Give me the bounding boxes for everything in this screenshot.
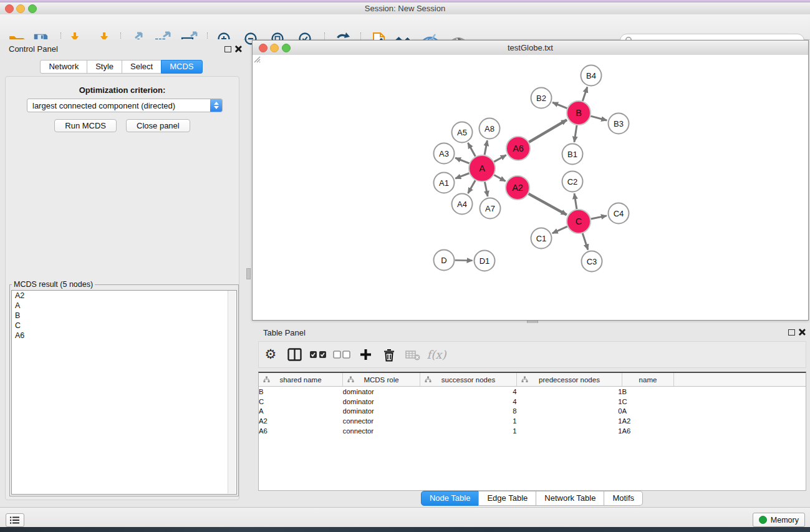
graph-node-A[interactable]: A xyxy=(469,155,495,181)
table-cell[interactable]: 1 xyxy=(517,416,622,426)
graph-edge-C-C1[interactable] xyxy=(552,226,567,233)
graph-edge-A-A1[interactable] xyxy=(455,173,469,178)
table-row[interactable]: A6connector11A6 xyxy=(259,426,806,436)
tab-network[interactable]: Network xyxy=(40,60,87,74)
mcds-result-item[interactable]: C xyxy=(12,321,236,331)
graph-node-A6[interactable]: A6 xyxy=(506,137,530,160)
table-cell[interactable]: 1 xyxy=(420,416,517,426)
graph-edge-B-B2[interactable] xyxy=(552,102,567,108)
table-cell[interactable]: 1 xyxy=(517,387,622,397)
table-cell[interactable]: A2 xyxy=(259,416,343,426)
run-mcds-button[interactable]: Run MCDS xyxy=(54,119,117,132)
graph-edge-B-B1[interactable] xyxy=(574,125,577,142)
graph-edge-A-A3[interactable] xyxy=(455,158,469,163)
graph-node-C4[interactable]: C4 xyxy=(609,203,629,224)
table-cell[interactable]: 0 xyxy=(517,406,622,416)
vertical-splitter-handle[interactable] xyxy=(246,268,251,279)
graph-edge-A2-C[interactable] xyxy=(529,194,567,215)
optimization-criterion-dropdown[interactable]: largest connected component (directed) xyxy=(27,99,223,112)
graph-node-D[interactable]: D xyxy=(434,250,455,271)
mcds-result-item[interactable]: B xyxy=(12,311,236,321)
table-cell[interactable]: dominator xyxy=(343,406,420,416)
graph-edge-C-C4[interactable] xyxy=(591,216,607,219)
table-cell[interactable]: 8 xyxy=(420,406,517,416)
network-canvas[interactable]: B4B2BB3A8A5A6A3B1AC2A1A2A4A7C4CC1DD1C3 xyxy=(253,55,808,320)
close-panel-button[interactable]: Close panel xyxy=(126,119,190,132)
column-header-MCDS-role[interactable]: MCDS role xyxy=(343,373,420,387)
table-cell[interactable]: C xyxy=(259,397,343,407)
graph-edge-A-A6[interactable] xyxy=(494,155,506,162)
graph-node-A3[interactable]: A3 xyxy=(434,143,455,164)
tab-node-table[interactable]: Node Table xyxy=(421,491,480,506)
column-header-predecessor-nodes[interactable]: predecessor nodes xyxy=(517,373,622,387)
graph-node-B3[interactable]: B3 xyxy=(609,114,629,134)
table-cell[interactable]: dominator xyxy=(343,397,420,407)
network-window-titlebar[interactable]: testGlobe.txt xyxy=(253,41,808,56)
close-panel-icon[interactable] xyxy=(234,46,241,52)
graph-node-A1[interactable]: A1 xyxy=(434,173,455,193)
graph-node-A8[interactable]: A8 xyxy=(480,118,500,139)
table-cell[interactable]: A2 xyxy=(622,416,674,426)
graph-node-B1[interactable]: B1 xyxy=(562,144,583,165)
float-table-panel-icon[interactable] xyxy=(788,329,795,336)
dropdown-stepper-icon[interactable] xyxy=(210,99,222,112)
table-cell[interactable]: A6 xyxy=(622,426,674,436)
graph-edge-A-A5[interactable] xyxy=(468,143,475,157)
tab-network-table[interactable]: Network Table xyxy=(536,491,604,506)
mcds-list-scrollbar[interactable] xyxy=(228,291,236,493)
graph-node-B4[interactable]: B4 xyxy=(581,65,602,86)
graph-node-B2[interactable]: B2 xyxy=(531,88,552,109)
table-cell[interactable]: B xyxy=(259,387,343,397)
graph-edge-A6-B[interactable] xyxy=(529,120,567,142)
graph-edge-A-A4[interactable] xyxy=(468,180,476,193)
column-header-shared-name[interactable]: shared name xyxy=(259,373,343,387)
table-cell[interactable]: 1 xyxy=(517,397,622,407)
graph-node-C2[interactable]: C2 xyxy=(562,172,583,192)
table-cell[interactable]: 4 xyxy=(420,387,517,397)
tab-edge-table[interactable]: Edge Table xyxy=(478,491,536,506)
close-table-panel-icon[interactable] xyxy=(798,329,805,336)
graph-edge-A-A2[interactable] xyxy=(494,175,505,181)
mcds-result-item[interactable]: A6 xyxy=(12,331,236,341)
unselect-all-columns-button[interactable] xyxy=(330,342,354,367)
delete-columns-button[interactable] xyxy=(377,342,401,367)
tab-select[interactable]: Select xyxy=(122,60,162,74)
table-cell[interactable]: A xyxy=(259,406,343,416)
table-cell[interactable]: A6 xyxy=(259,426,343,436)
graph-node-A5[interactable]: A5 xyxy=(452,122,473,143)
graph-node-C3[interactable]: C3 xyxy=(582,251,602,272)
table-cell[interactable]: B xyxy=(622,387,674,397)
mcds-result-item[interactable]: A xyxy=(12,301,236,311)
mcds-result-item[interactable]: A2 xyxy=(12,291,236,301)
resize-grip-icon[interactable] xyxy=(253,55,261,63)
graph-edge-B-B3[interactable] xyxy=(591,116,607,120)
table-cell[interactable]: A xyxy=(622,406,674,416)
column-header-name[interactable]: name xyxy=(622,373,674,387)
graph-node-D1[interactable]: D1 xyxy=(475,251,495,271)
table-row[interactable]: A2connector11A2 xyxy=(259,416,806,426)
select-all-columns-button[interactable] xyxy=(306,342,330,367)
graph-edge-C-C3[interactable] xyxy=(582,233,588,249)
graph-node-A7[interactable]: A7 xyxy=(480,198,501,219)
graph-node-C1[interactable]: C1 xyxy=(531,228,552,249)
tab-motifs[interactable]: Motifs xyxy=(604,491,643,506)
table-cell[interactable]: 1 xyxy=(420,426,517,436)
float-panel-icon[interactable] xyxy=(224,46,231,52)
table-row[interactable]: Bdominator41B xyxy=(259,387,806,397)
show-panels-button[interactable] xyxy=(6,513,24,527)
table-cell[interactable]: 4 xyxy=(420,397,517,407)
table-cell[interactable]: connector xyxy=(343,426,420,436)
delete-table-button[interactable] xyxy=(401,342,425,367)
graph-node-C[interactable]: C xyxy=(567,210,591,233)
table-cell[interactable]: C xyxy=(622,397,674,407)
graph-node-A2[interactable]: A2 xyxy=(506,176,529,200)
tab-mcds[interactable]: MCDS xyxy=(161,60,202,74)
graph-edge-B-B4[interactable] xyxy=(582,87,587,101)
function-builder-button[interactable]: f(x) xyxy=(425,342,448,367)
memory-button[interactable]: Memory xyxy=(753,513,805,527)
graph-edge-A-A8[interactable] xyxy=(485,140,487,155)
graph-node-A4[interactable]: A4 xyxy=(452,194,473,215)
column-header-successor-nodes[interactable]: successor nodes xyxy=(420,373,517,387)
graph-edge-C-C2[interactable] xyxy=(574,193,577,209)
graph-node-B[interactable]: B xyxy=(567,101,591,125)
